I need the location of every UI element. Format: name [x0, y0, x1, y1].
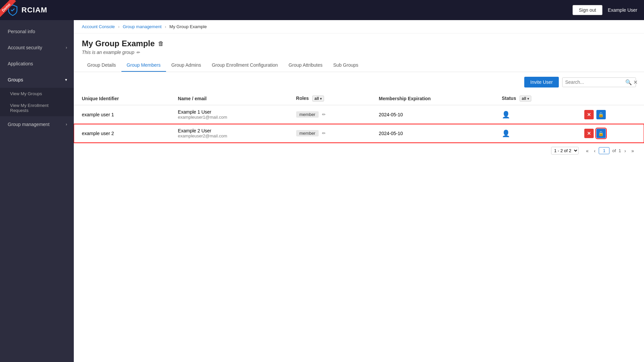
edit-role-icon[interactable]: ✏ [322, 112, 326, 117]
member-email: exampleuser2@mail.com [178, 133, 280, 138]
col-status: Status all ▾ [494, 92, 576, 105]
breadcrumb-group-management[interactable]: Group management [123, 24, 162, 29]
cell-unique-identifier: example user 2 [74, 124, 170, 143]
tab-group-enrollment-configuration[interactable]: Group Enrollment Configuration [206, 59, 283, 72]
col-name-email: Name / email [170, 92, 288, 105]
cell-roles: member ✏ [288, 105, 371, 124]
top-navigation: Demo RCIAM Sign out Example User [0, 0, 644, 20]
tab-group-attributes[interactable]: Group Attributes [283, 59, 328, 72]
sidebar-item-label: Group management [8, 122, 50, 127]
sign-out-button[interactable]: Sign out [573, 5, 602, 15]
page-title-row: My Group Example 🗑 [82, 39, 636, 48]
pagination-page-input[interactable] [599, 147, 609, 154]
cell-unique-identifier: example user 1 [74, 105, 170, 124]
content-area: Account Console › Group management › My … [74, 20, 644, 362]
sidebar-item-account-security[interactable]: Account security › [0, 40, 74, 56]
status-active-icon: 👤 [502, 130, 510, 137]
status-filter-arrow-icon: ▾ [527, 97, 529, 101]
cell-actions: ✕ 🔒 [576, 105, 644, 124]
sidebar-item-group-management[interactable]: Group management › [0, 116, 74, 132]
tab-sub-groups[interactable]: Sub Groups [328, 59, 364, 72]
pagination: 1 - 2 of 2 « ‹ of 1 › » [74, 143, 644, 159]
breadcrumb-current-page: My Group Example [169, 24, 207, 29]
chevron-down-icon: ▾ [65, 77, 67, 82]
search-input[interactable] [565, 79, 624, 85]
pagination-last-button[interactable]: » [629, 147, 636, 154]
member-email: exampleuser1@mail.com [178, 115, 280, 120]
cell-name-email: Example 2 User exampleuser2@mail.com [170, 124, 288, 143]
roles-filter-arrow-icon: ▾ [320, 97, 322, 101]
main-layout: Personal info Account security › Applica… [0, 20, 644, 362]
roles-filter-badge[interactable]: all ▾ [312, 96, 324, 102]
breadcrumb-separator: › [118, 24, 119, 29]
table-toolbar: Invite User 🔍 ✕ [74, 72, 644, 92]
status-active-icon: 👤 [502, 111, 510, 118]
cell-membership-expiration: 2024-05-10 [371, 124, 494, 143]
sidebar-item-view-my-enrollment-requests[interactable]: View My Enrollment Requests [0, 100, 74, 116]
breadcrumb-account-console[interactable]: Account Console [82, 24, 115, 29]
sidebar-item-groups[interactable]: Groups ▾ [0, 72, 74, 88]
clear-search-icon[interactable]: ✕ [633, 79, 638, 85]
table-row: example user 1 Example 1 User exampleuse… [74, 105, 644, 124]
demo-label: Demo [0, 0, 16, 17]
cell-name-email: Example 1 User exampleuser1@mail.com [170, 105, 288, 124]
tab-group-admins[interactable]: Group Admins [166, 59, 207, 72]
remove-member-button[interactable]: ✕ [584, 129, 594, 138]
demo-ribbon: Demo [0, 0, 20, 20]
breadcrumb: Account Console › Group management › My … [74, 20, 644, 34]
page-header: My Group Example 🗑 This is an example gr… [74, 34, 644, 55]
member-name: Example 2 User [178, 128, 280, 133]
pagination-prev-button[interactable]: ‹ [592, 147, 598, 154]
member-name: Example 1 User [178, 109, 280, 115]
pagination-of-text: of [612, 148, 616, 153]
page-size-select[interactable]: 1 - 2 of 2 [551, 147, 579, 155]
roles-filter-value: all [315, 96, 319, 101]
tab-group-members[interactable]: Group Members [121, 59, 166, 72]
sidebar-item-personal-info[interactable]: Personal info [0, 23, 74, 40]
chevron-right-icon: › [66, 122, 67, 127]
sidebar-item-view-my-groups[interactable]: View My Groups [0, 88, 74, 100]
table-row: example user 2 Example 2 User exampleuse… [74, 124, 644, 143]
pagination-total-pages: 1 [619, 148, 621, 153]
col-roles: Roles all ▾ [288, 92, 371, 105]
nav-right: Sign out Example User [573, 5, 637, 15]
sidebar-sub-item-label: View My Enrollment Requests [10, 103, 49, 113]
lock-member-button[interactable]: 🔒 [596, 129, 606, 138]
edit-subtitle-icon[interactable]: ✏ [136, 50, 140, 55]
status-filter-value: all [522, 96, 526, 101]
breadcrumb-separator: › [165, 24, 166, 29]
members-table: Unique Identifier Name / email Roles all… [74, 92, 644, 143]
sidebar-item-applications[interactable]: Applications [0, 56, 74, 72]
invite-user-button[interactable]: Invite User [524, 77, 559, 87]
pagination-range: 1 - 2 of 2 [551, 147, 579, 155]
cell-roles: member ✏ [288, 124, 371, 143]
remove-member-button[interactable]: ✕ [584, 110, 594, 119]
tab-group-details[interactable]: Group Details [82, 59, 121, 72]
sidebar-item-label: Account security [8, 45, 42, 50]
cell-actions: ✕ 🔒 [576, 124, 644, 143]
pagination-first-button[interactable]: « [584, 147, 591, 154]
pagination-next-button[interactable]: › [623, 147, 628, 154]
col-unique-identifier: Unique Identifier [74, 92, 170, 105]
user-name: Example User [608, 7, 637, 13]
sidebar-item-label: Applications [8, 61, 33, 66]
edit-role-icon[interactable]: ✏ [322, 131, 326, 136]
sidebar-sub-item-label: View My Groups [10, 91, 42, 96]
sidebar-groups-submenu: View My Groups View My Enrollment Reques… [0, 88, 74, 116]
role-badge: member [296, 111, 319, 118]
logo-text: RCIAM [21, 6, 47, 14]
page-title: My Group Example [82, 39, 155, 48]
trash-icon[interactable]: 🗑 [158, 40, 164, 47]
sidebar-item-label: Groups [8, 77, 23, 82]
tabs-bar: Group Details Group Members Group Admins… [74, 59, 644, 72]
col-membership-expiration: Membership Expiration [371, 92, 494, 105]
status-filter-badge[interactable]: all ▾ [520, 96, 531, 102]
cell-membership-expiration: 2024-05-10 [371, 105, 494, 124]
page-subtitle-text: This is an example group [82, 50, 134, 55]
cell-status: 👤 [494, 124, 576, 143]
search-box: 🔍 ✕ [562, 77, 636, 87]
col-actions [576, 92, 644, 105]
search-icon[interactable]: 🔍 [625, 79, 632, 85]
chevron-right-icon: › [66, 45, 67, 50]
lock-member-button[interactable]: 🔒 [596, 110, 606, 119]
